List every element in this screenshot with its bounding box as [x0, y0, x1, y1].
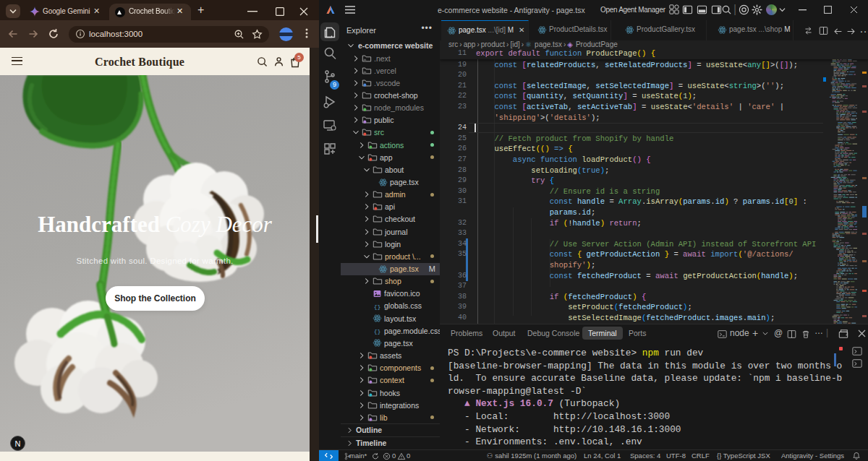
svg-text:{}: {}	[374, 303, 381, 310]
svg-text:{}: {}	[374, 328, 381, 335]
